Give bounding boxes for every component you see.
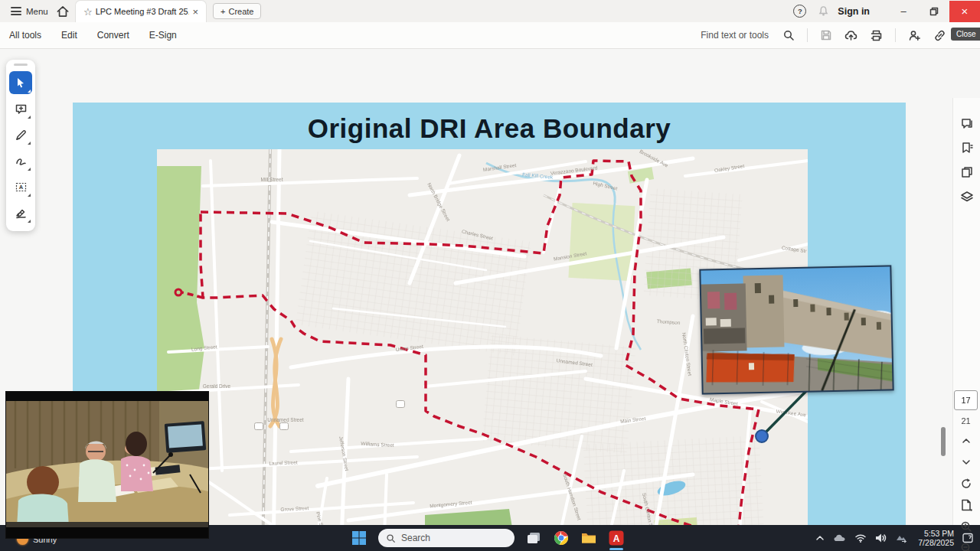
current-page-input[interactable]: 17 — [954, 390, 978, 410]
tab-convert[interactable]: Convert — [97, 30, 129, 41]
tray-chevron-icon[interactable] — [815, 533, 825, 543]
minimize-button[interactable]: – — [888, 1, 919, 22]
menu-label: Menu — [26, 7, 48, 16]
tab-all-tools[interactable]: All tools — [9, 30, 41, 41]
find-text-label[interactable]: Find text or tools — [701, 30, 769, 41]
signature-pen-icon — [15, 207, 28, 220]
select-text-tool[interactable]: A — [9, 175, 32, 198]
chrome-icon[interactable] — [553, 530, 570, 546]
cursor-icon — [15, 77, 27, 89]
page-thumbnails-icon[interactable] — [960, 165, 974, 179]
site-photo — [701, 266, 892, 393]
acrobat-glyph: A — [613, 533, 620, 544]
pencil-icon — [15, 129, 28, 142]
search-placeholder: Search — [401, 533, 430, 543]
window-close-button[interactable]: × — [949, 1, 980, 22]
comments-panel-icon[interactable] — [960, 116, 974, 130]
print-icon[interactable] — [870, 29, 883, 42]
taskbar-search[interactable]: Search — [378, 529, 514, 547]
rotate-page-icon[interactable] — [959, 477, 973, 491]
street-label: Gerald Drive — [203, 383, 231, 389]
street-label: Laurel Street — [269, 459, 298, 465]
window-close-icon: × — [962, 5, 969, 18]
draw-tool[interactable] — [9, 149, 32, 172]
meeting-video-frame — [6, 392, 208, 538]
file-explorer-icon[interactable] — [580, 530, 597, 546]
acrobat-taskbar-icon[interactable]: A — [608, 530, 625, 546]
plus-icon: + — [220, 7, 225, 16]
street-label: Mill Street — [261, 177, 283, 182]
comment-plus-icon — [15, 103, 28, 116]
document-tab[interactable]: ☆ LPC Meeting #3 Draft 25... × — [75, 0, 207, 22]
request-signature-icon[interactable] — [908, 29, 921, 42]
home-button[interactable] — [55, 4, 72, 19]
total-pages-label: 21 — [961, 416, 970, 425]
palette-drag-handle[interactable] — [14, 64, 28, 66]
tab-title: LPC Meeting #3 Draft 25... — [96, 7, 190, 16]
create-label: Create — [228, 7, 253, 16]
quick-tools-palette: A — [6, 60, 35, 231]
help-button[interactable]: ? — [793, 5, 806, 18]
zoom-out-icon[interactable] — [959, 541, 973, 551]
fill-sign-tool[interactable] — [9, 201, 32, 224]
street-label: Unnamed Street — [267, 417, 304, 422]
running-app-indicator — [609, 548, 623, 550]
restore-icon — [929, 7, 939, 16]
save-icon[interactable] — [820, 29, 832, 41]
add-comment-tool[interactable] — [9, 97, 32, 120]
acrobat-titlebar: Menu ☆ LPC Meeting #3 Draft 25... × + Cr… — [0, 0, 980, 22]
zoom-in-icon[interactable] — [959, 520, 973, 533]
tab-close-icon[interactable]: × — [189, 6, 201, 18]
select-tool[interactable] — [9, 71, 32, 94]
bookmarks-panel-icon[interactable] — [960, 141, 974, 155]
search-icon[interactable] — [782, 29, 795, 41]
start-button[interactable] — [351, 530, 368, 546]
restore-button[interactable] — [919, 1, 949, 22]
svg-text:A: A — [18, 184, 23, 191]
route-shield — [397, 401, 405, 408]
site-photo-inset — [699, 265, 893, 394]
clock-date: 7/28/2025 — [918, 538, 954, 547]
clock-time: 5:53 PM — [918, 529, 954, 538]
sign-in-button[interactable]: Sign in — [838, 6, 870, 17]
wifi-icon[interactable] — [854, 533, 867, 543]
route-shield — [255, 423, 263, 430]
star-icon[interactable]: ☆ — [83, 6, 93, 18]
task-view-button[interactable] — [525, 530, 542, 546]
menu-button[interactable]: Menu — [11, 3, 48, 19]
previous-page-icon[interactable] — [959, 434, 973, 448]
share-link-icon[interactable] — [933, 29, 946, 42]
search-icon — [386, 533, 396, 543]
minimize-icon: – — [900, 5, 906, 17]
cloud-upload-icon[interactable] — [844, 29, 858, 42]
sync-status-icon[interactable] — [894, 533, 907, 543]
next-page-icon[interactable] — [959, 455, 973, 469]
taskbar-clock[interactable]: 5:53 PM 7/28/2025 — [918, 529, 954, 547]
tab-esign[interactable]: E-Sign — [149, 30, 177, 41]
meeting-webcam-overlay — [6, 392, 208, 538]
volume-icon[interactable] — [874, 533, 887, 543]
help-icon: ? — [798, 7, 802, 15]
hamburger-icon — [11, 5, 21, 18]
site-marker-dot — [756, 430, 768, 442]
notifications-bell-icon[interactable] — [817, 5, 830, 18]
page-navigation: 17 21 — [954, 390, 978, 551]
highlight-tool[interactable] — [9, 123, 32, 146]
route-shield — [280, 423, 289, 430]
onedrive-icon[interactable] — [833, 533, 847, 543]
tab-edit[interactable]: Edit — [61, 30, 77, 41]
close-tooltip: Close — [951, 28, 980, 41]
layers-panel-icon[interactable] — [960, 190, 974, 204]
meeting-scene — [6, 401, 208, 527]
vertical-scrollbar[interactable] — [941, 427, 946, 456]
create-button[interactable]: + Create — [213, 3, 261, 19]
toolbar-divider — [895, 28, 896, 42]
monitor — [165, 421, 207, 453]
app-screen: Menu ☆ LPC Meeting #3 Draft 25... × + Cr… — [0, 0, 980, 551]
home-icon — [55, 4, 70, 19]
slide-title: Original DRI Area Boundary — [73, 113, 906, 144]
acrobat-toolbar: All tools Edit Convert E-Sign Find text … — [0, 22, 980, 49]
page-view-icon[interactable] — [959, 498, 973, 512]
toolbar-divider — [807, 28, 808, 42]
acrobat-icon: A — [608, 530, 625, 546]
